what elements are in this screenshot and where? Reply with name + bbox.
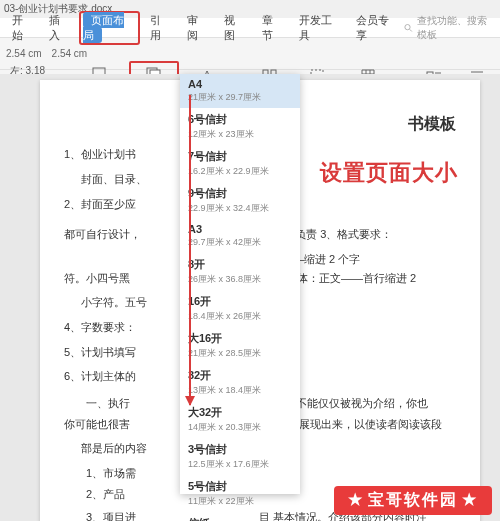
paragraph: 符。小四号黑 (64, 272, 130, 284)
page-size-option[interactable]: A329.7厘米 x 42厘米 (180, 219, 300, 253)
page-size-option[interactable]: 9号信封22.9厘米 x 32.4厘米 (180, 182, 300, 219)
tab-member[interactable]: 会员专享 (348, 11, 403, 45)
page-size-name: 6号信封 (188, 112, 292, 127)
ribbon-tabs: 开始 插入 页面布局 引用 审阅 视图 章节 开发工具 会员专享 查找功能、搜索… (0, 18, 500, 38)
page-size-dimensions: 18.4厘米 x 26厘米 (188, 310, 292, 323)
paragraph: 3、格式要求： (320, 225, 392, 244)
page-size-option[interactable]: 3号信封12.5厘米 x 17.6厘米 (180, 438, 300, 475)
page-size-dimensions: 12.5厘米 x 17.6厘米 (188, 458, 292, 471)
page-size-option[interactable]: 信纸21.59厘米 x 27.94厘米 (180, 512, 300, 521)
svg-point-0 (405, 24, 410, 29)
watermark-text: 宝哥软件园 (368, 491, 458, 508)
paragraph: 3、项目进 (86, 508, 136, 522)
page-size-option[interactable]: 8开26厘米 x 36.8厘米 (180, 253, 300, 290)
tab-start[interactable]: 开始 (4, 11, 39, 45)
page-size-dimensions: 14厘米 x 20.3厘米 (188, 421, 292, 434)
watermark-badge: ★宝哥软件园★ (334, 486, 492, 515)
tab-devtools[interactable]: 开发工具 (291, 11, 346, 45)
search-icon (404, 23, 413, 33)
tab-insert[interactable]: 插入 (41, 11, 76, 45)
page-size-name: 9号信封 (188, 186, 292, 201)
page-size-dimensions: 12厘米 x 23厘米 (188, 128, 292, 141)
paragraph: 都可自行设计， (64, 228, 141, 240)
margin-right: 2.54 cm (52, 48, 88, 59)
star-icon: ★ (348, 491, 364, 508)
tab-reference[interactable]: 引用 (142, 11, 177, 45)
page-size-dimensions: 11厘米 x 22厘米 (188, 495, 292, 508)
page-size-dimensions: 22.9厘米 x 32.4厘米 (188, 202, 292, 215)
annotation-arrow (189, 95, 191, 405)
page-size-dropdown: A421厘米 x 29.7厘米6号信封12厘米 x 23厘米7号信封16.2厘米… (180, 74, 300, 494)
star-icon: ★ (462, 491, 478, 508)
page-size-name: 8开 (188, 257, 292, 272)
tab-section[interactable]: 章节 (254, 11, 289, 45)
tab-view[interactable]: 视图 (216, 11, 251, 45)
page-size-name: A3 (188, 223, 292, 235)
page-size-option[interactable]: 大16开21厘米 x 28.5厘米 (180, 327, 300, 364)
page-size-dimensions: 13厘米 x 18.4厘米 (188, 384, 292, 397)
page-size-dimensions: 21厘米 x 29.7厘米 (188, 91, 292, 104)
page-size-option[interactable]: 5号信封11厘米 x 22厘米 (180, 475, 300, 512)
page-size-dimensions: 26厘米 x 36.8厘米 (188, 273, 292, 286)
highlight-box-tab: 页面布局 (79, 11, 140, 45)
tab-page-layout[interactable]: 页面布局 (83, 12, 124, 43)
page-size-name: 32开 (188, 368, 292, 383)
page-size-name: 7号信封 (188, 149, 292, 164)
page-size-dimensions: 21厘米 x 28.5厘米 (188, 347, 292, 360)
tab-review[interactable]: 审阅 (179, 11, 214, 45)
paragraph: 你可能也很害 (64, 418, 130, 430)
page-size-dimensions: 29.7厘米 x 42厘米 (188, 236, 292, 249)
page-size-name: 3号信封 (188, 442, 292, 457)
annotation-text: 设置页面大小 (320, 158, 458, 188)
page-size-name: 16开 (188, 294, 292, 309)
page-size-option[interactable]: 7号信封16.2厘米 x 22.9厘米 (180, 145, 300, 182)
page-size-option[interactable]: 6号信封12厘米 x 23厘米 (180, 108, 300, 145)
page-size-dimensions: 16.2厘米 x 22.9厘米 (188, 165, 292, 178)
page-size-name: 5号信封 (188, 479, 292, 494)
page-size-option[interactable]: 大32开14厘米 x 20.3厘米 (180, 401, 300, 438)
page-size-name: A4 (188, 78, 292, 90)
paragraph: 一、执行 (86, 394, 130, 413)
page-size-name: 大16开 (188, 331, 292, 346)
margin-top: 2.54 cm (6, 48, 42, 59)
search-hint[interactable]: 查找功能、搜索模板 (404, 14, 496, 42)
page-size-name: 信纸 (188, 516, 292, 521)
svg-line-1 (410, 29, 412, 31)
search-placeholder: 查找功能、搜索模板 (417, 14, 496, 42)
page-size-option[interactable]: 32开13厘米 x 18.4厘米 (180, 364, 300, 401)
page-size-option[interactable]: A421厘米 x 29.7厘米 (180, 74, 300, 108)
page-size-option[interactable]: 16开18.4厘米 x 26厘米 (180, 290, 300, 327)
page-size-name: 大32开 (188, 405, 292, 420)
